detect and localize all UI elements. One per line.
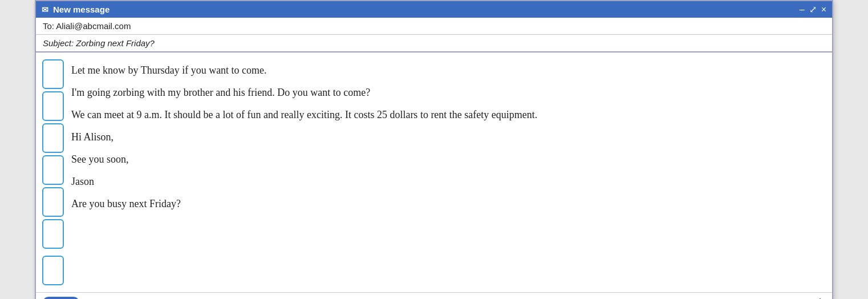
email-icon: ✉	[42, 5, 48, 14]
window-title: New message	[53, 5, 109, 14]
title-bar-controls: – ⤢ ×	[800, 4, 826, 15]
title-bar-left: ✉ New message	[42, 5, 109, 14]
checkbox-2[interactable]	[42, 91, 64, 121]
checkbox-5[interactable]	[42, 187, 64, 217]
email-content: Let me know by Thursday if you want to c…	[70, 57, 832, 288]
to-value: To: Aliali@abcmail.com	[43, 21, 131, 31]
body-area: Let me know by Thursday if you want to c…	[36, 52, 832, 292]
email-line-6: Jason	[71, 171, 824, 193]
checkbox-1[interactable]	[42, 59, 64, 89]
email-line-7: Are you busy next Friday?	[71, 193, 824, 215]
email-line-5: See you soon,	[71, 148, 824, 171]
checkbox-6[interactable]	[42, 219, 64, 249]
toolbar: SEND △ ⊕ ↕ ⬚ ∞ ☆ ▮ ⋮	[36, 292, 832, 299]
to-field: To: Aliali@abcmail.com	[36, 18, 832, 35]
send-button[interactable]: SEND	[43, 297, 79, 300]
subject-value: Subject: Zorbing next Friday?	[43, 38, 155, 48]
email-line-3: We can meet at 9 a.m. It should be a lot…	[71, 104, 824, 126]
checkbox-7[interactable]	[42, 256, 64, 285]
restore-button[interactable]: ⤢	[809, 4, 817, 15]
email-window: ✉ New message – ⤢ × To: Aliali@abcmail.c…	[35, 0, 833, 299]
close-button[interactable]: ×	[821, 5, 826, 15]
subject-field: Subject: Zorbing next Friday?	[36, 35, 832, 52]
checkboxes-column	[36, 57, 70, 288]
title-bar: ✉ New message – ⤢ ×	[36, 1, 832, 18]
email-line-1: Let me know by Thursday if you want to c…	[71, 59, 824, 82]
minimize-button[interactable]: –	[800, 5, 805, 15]
checkbox-4[interactable]	[42, 155, 64, 185]
email-line-2: I'm going zorbing with my brother and hi…	[71, 82, 824, 104]
checkbox-3[interactable]	[42, 123, 64, 153]
toolbar-more-button[interactable]: ⋮	[815, 296, 825, 299]
email-line-4: Hi Alison,	[71, 126, 824, 148]
